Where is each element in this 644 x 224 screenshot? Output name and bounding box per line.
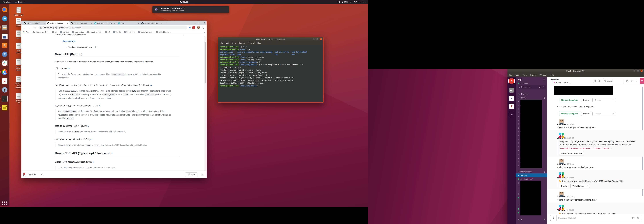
dock-item-zotero[interactable]: Z	[2, 78, 8, 84]
slack-minimize-button[interactable]: −	[633, 69, 636, 72]
delete-button[interactable]: Delete	[559, 184, 569, 188]
bookmark-star-icon[interactable]: ★	[189, 26, 191, 29]
extension-icon[interactable]	[192, 26, 195, 29]
back-button[interactable]: ←	[23, 26, 26, 29]
tab-close-icon[interactable]: ✕	[90, 22, 92, 24]
tab-close-icon[interactable]: ✕	[161, 22, 163, 24]
minimize-button[interactable]: ─	[194, 22, 196, 24]
system-tray[interactable]: 19% ▾	[338, 1, 368, 3]
browser-tab[interactable]: OSF Preprints | Fa✕	[93, 21, 117, 25]
terminal-menu-view[interactable]: View	[232, 42, 236, 44]
scroll-up-arrow[interactable]: ▲	[204, 35, 206, 37]
signature-anchor-link[interactable]: <>	[90, 138, 92, 140]
info-icon[interactable]	[594, 80, 596, 82]
dock-item-software[interactable]: A	[2, 42, 8, 48]
slack-menu-window[interactable]: Window	[540, 74, 546, 76]
mention-icon[interactable]: @	[632, 217, 634, 219]
view-reminders-button[interactable]: View Reminders	[570, 184, 590, 188]
search-input[interactable]: Search	[603, 79, 624, 83]
slack-maximize-button[interactable]: □	[637, 69, 639, 72]
snooze-dropdown[interactable]: Snooze	[592, 98, 616, 102]
focused-app-menu[interactable]: Slack ▾	[13, 0, 26, 4]
history-forward-button[interactable]: ❯	[542, 85, 546, 89]
delete-button[interactable]: Delete	[581, 98, 592, 102]
terminal-output[interactable]: andrew@andrew-ltp:~$ srcandrew@andrew-lt…	[218, 45, 323, 88]
terminal-menu-edit[interactable]: Edit	[226, 42, 229, 44]
current-user[interactable]: simmons	[518, 82, 528, 84]
slack-menu-history[interactable]: History	[530, 74, 536, 76]
bookmark-executing-not-[interactable]: executing_not...	[86, 31, 102, 33]
browser-tab[interactable]: Falcon: Balancing✕	[140, 21, 164, 25]
bookmark-access-via-dea-[interactable]: Access via Dea...	[33, 31, 50, 33]
attach-file-button[interactable]	[550, 215, 556, 221]
message-simmons[interactable]: simmons10:19 AMremind me 26 August "medi…	[548, 117, 644, 130]
dock-item-terminal[interactable]: >_	[2, 96, 8, 102]
gear-icon[interactable]	[598, 80, 600, 82]
dock-item-notes[interactable]: ✎	[2, 105, 8, 111]
tab-close-icon[interactable]: ✕	[114, 22, 116, 24]
terminal-menu-file[interactable]: File	[220, 42, 223, 44]
slack-menu-view[interactable]: View	[522, 74, 527, 76]
bookmark-public-transport[interactable]: public transport	[138, 31, 153, 33]
bell-icon[interactable]	[543, 78, 545, 81]
message-list[interactable]: Mark as CompleteDeleteSnoozeYou asked me…	[548, 85, 644, 214]
tab-close-icon[interactable]: ✕	[137, 22, 140, 24]
gift-icon[interactable]	[640, 78, 644, 84]
terminal-minimize-button[interactable]: −	[312, 38, 315, 40]
message-simmons[interactable]: simmons10:19 AMremind me August 26 "medi…	[548, 157, 644, 170]
rail-workspace-dl[interactable]: DL	[509, 88, 514, 93]
bookmark-interesting[interactable]: interesting	[124, 31, 135, 33]
mark-as-complete-button[interactable]: Mark as Complete	[559, 98, 580, 102]
direct-messages-header[interactable]: Direct Messages	[518, 171, 532, 173]
workspace-name[interactable]: A²|² ⌄	[518, 78, 524, 81]
delete-button[interactable]: Delete	[581, 112, 592, 116]
jump-to-input[interactable]: ≡Jump to...	[518, 85, 541, 89]
show-some-examples-button[interactable]: Show Some Examples	[559, 151, 584, 155]
message-slackbot[interactable]: Slackbot10:33 AMI will remind you “consi…	[548, 203, 644, 214]
history-back-button[interactable]: ❮	[538, 85, 542, 89]
signature-anchor-link[interactable]: <>	[99, 105, 100, 107]
bookmark-mac-setup[interactable]: mac_setup	[72, 31, 84, 33]
bookmark-apps[interactable]: Apps	[23, 31, 30, 33]
rail-workspace-a[interactable]: A	[509, 78, 514, 84]
signature-anchor-link[interactable]: <>	[87, 125, 89, 127]
address-bar[interactable]: GitHub, Inc. [US] github.com/uwdata/drac…	[38, 26, 187, 29]
readme-link[interactable]: draco-analysis	[62, 40, 76, 42]
maximize-button[interactable]	[199, 22, 200, 24]
profile-avatar[interactable]	[197, 26, 200, 29]
apps-header[interactable]: Apps	[518, 218, 522, 221]
show-all-downloads-button[interactable]: Show all	[185, 173, 197, 177]
browser-tab[interactable]: OSF✕	[117, 21, 140, 25]
dock-item-files[interactable]	[2, 24, 8, 31]
bookmarks-overflow-icon[interactable]: »	[204, 31, 205, 33]
chrome-menu-icon[interactable]: ⋮	[202, 26, 205, 29]
dock-item-lyx[interactable]: y	[2, 87, 8, 93]
browser-tab[interactable]: GitHub - uwdata/✕	[70, 21, 93, 25]
rail-workspace-t[interactable]: T	[509, 104, 514, 109]
mentions-icon[interactable]: @	[626, 80, 628, 82]
terminal-menu-terminal[interactable]: Terminal	[248, 42, 254, 44]
rail-workspace-haskell[interactable]: »=	[509, 96, 514, 101]
message-simmons[interactable]: simmons10:33 AMremind me at 4.10 "consid…	[548, 189, 644, 203]
indicator-icon[interactable]	[338, 1, 340, 3]
channels-header[interactable]: Channels	[518, 96, 526, 99]
notification-toast[interactable]: Unmounting TOSHIBA EXT Disconnecting fro…	[152, 6, 229, 13]
new-tab-button[interactable]: +	[164, 21, 168, 25]
starred-items-icon[interactable]: ☆	[631, 79, 633, 82]
terminal-menu-search[interactable]: Search	[238, 42, 244, 44]
snooze-dropdown[interactable]: Snooze	[592, 112, 616, 116]
close-button[interactable]: ✕	[203, 21, 205, 24]
slack-titlebar[interactable]: Slack | Slackbot | A²|² − □ ✕	[508, 69, 644, 73]
dm-row-simmons[interactable]: simmons(you)	[516, 177, 548, 181]
dm-row-slackbot[interactable]: ♥Slackbot	[516, 174, 548, 177]
add-app-icon[interactable]: ⊕	[544, 218, 546, 221]
bookmark-deakin[interactable]: deakin	[113, 31, 121, 33]
terminal-menu-help[interactable]: Help	[258, 42, 261, 44]
signature-anchor-link[interactable]: <>	[150, 84, 152, 86]
bookmark-scientific-pro-[interactable]: scientific_pro...	[156, 31, 171, 33]
security-badge[interactable]: GitHub, Inc. [US]	[43, 26, 57, 29]
clock[interactable]: Fri 16:00	[0, 1, 368, 3]
dock-item-thunderbird[interactable]: ✉	[2, 15, 8, 22]
message-slackbot[interactable]: Slackbot10:19 AMSorry, I didn't quite ge…	[548, 130, 644, 157]
browser-tab[interactable]: GitHub - uwdata/✕	[46, 21, 70, 25]
